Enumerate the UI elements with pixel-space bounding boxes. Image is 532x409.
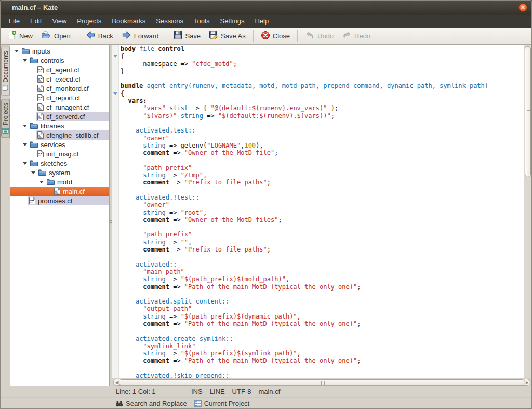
tree-item-main.cf[interactable]: main.cf	[10, 187, 109, 196]
tree-item-libraries[interactable]: libraries	[10, 121, 109, 130]
file-icon	[54, 188, 60, 195]
icon-border[interactable]	[112, 45, 119, 378]
code-line: activated.!skip_prepend::	[121, 372, 524, 378]
menu-file[interactable]: File	[4, 15, 25, 28]
expander-icon[interactable]	[23, 125, 27, 127]
tree-item-label: cf_agent.cf	[46, 66, 79, 74]
scroll-right-arrow-icon[interactable]: ▸	[526, 379, 528, 386]
code-line: namespace => "cfdc_motd";	[121, 60, 524, 68]
tree-item-sketches[interactable]: sketches	[10, 159, 109, 168]
tree-item-cfengine_stdlib.cf[interactable]: cfengine_stdlib.cf	[10, 130, 109, 140]
current-project-toggle[interactable]: Current Project	[194, 400, 249, 407]
code-line: string => "",	[121, 239, 524, 246]
tree-item-inputs[interactable]: inputs	[10, 46, 109, 56]
scroll-left-arrow-icon[interactable]: ◂	[115, 379, 118, 386]
tab-projects-label: Projects	[2, 103, 9, 125]
tree-item-system[interactable]: system	[10, 168, 109, 177]
forward-button[interactable]: Forward	[118, 29, 163, 43]
save-button[interactable]: Save	[170, 29, 204, 43]
back-button[interactable]: Back	[82, 29, 117, 43]
tree-item-label: main.cf	[63, 188, 85, 195]
code-line: comment => "Path of the main MotD (typic…	[121, 357, 524, 364]
save-floppy-icon	[174, 31, 182, 41]
toolbar-separator	[166, 30, 166, 42]
tree-item-cf_runagent.cf[interactable]: cf_runagent.cf	[10, 102, 109, 112]
code-line: "output_path"	[121, 305, 524, 312]
tree-item-label: cf_execd.cf	[46, 75, 81, 83]
tab-documents[interactable]: Documents	[1, 47, 10, 96]
window-title: main.cf – Kate	[1, 4, 58, 11]
menu-sessions[interactable]: Sessions	[151, 15, 189, 28]
folder-icon	[30, 123, 38, 129]
code-area[interactable]: body file control{ namespace => "cfdc_mo…	[119, 45, 524, 378]
insert-mode[interactable]: INS	[191, 388, 203, 395]
tree-item-cf_report.cf[interactable]: cf_report.cf	[10, 93, 109, 102]
code-line: body file control	[121, 45, 524, 52]
tab-projects[interactable]: Projects	[1, 99, 10, 138]
code-line	[121, 327, 524, 335]
file-icon	[37, 75, 44, 83]
menu-projects[interactable]: Projects	[72, 15, 107, 28]
fold-arrow-icon[interactable]	[113, 55, 117, 58]
tree-item-label: cfengine_stdlib.cf	[46, 131, 98, 139]
titlebar[interactable]: main.cf – Kate ✕	[1, 1, 531, 15]
tree-item-label: inputs	[32, 47, 50, 55]
tree-item-controls[interactable]: controls	[10, 56, 109, 65]
code-line: activated.!test::	[121, 194, 524, 201]
close-document-button[interactable]: Close	[257, 29, 294, 43]
tree-item-cf_agent.cf[interactable]: cf_agent.cf	[10, 65, 109, 74]
undo-button[interactable]: Undo	[301, 30, 337, 43]
current-project-icon	[194, 400, 202, 407]
expander-icon[interactable]	[39, 181, 44, 183]
vertical-scrollbar[interactable]	[524, 45, 531, 378]
folder-icon	[22, 48, 30, 54]
horizontal-scrollbar-thumb[interactable]	[118, 379, 525, 385]
code-line: bundle agent entry(runenv, metadata, mot…	[121, 82, 524, 89]
new-button[interactable]: New	[4, 29, 36, 43]
binoculars-icon	[115, 400, 123, 407]
tree-item-init_msg.cf[interactable]: init_msg.cf	[10, 149, 109, 159]
code-line: string => getenv("LOGNAME",100),	[121, 142, 524, 149]
line-ending[interactable]: LINE	[210, 388, 225, 395]
tree-item-label: controls	[41, 57, 64, 64]
expander-icon[interactable]	[23, 143, 27, 146]
expander-icon[interactable]	[23, 59, 27, 62]
save-button-label: Save	[185, 32, 201, 40]
open-folder-icon	[41, 31, 51, 41]
search-replace-toggle[interactable]: Search and Replace	[115, 400, 187, 407]
projects-icon	[2, 127, 9, 134]
redo-button[interactable]: Redo	[338, 30, 374, 43]
encoding[interactable]: UTF-8	[232, 388, 251, 395]
code-line: comment => "Path of the main MotD (typic…	[121, 283, 524, 291]
tree-item-cf_execd.cf[interactable]: cf_execd.cf	[10, 74, 109, 84]
horizontal-scrollbar[interactable]: ◂ ▸	[112, 378, 531, 386]
menu-bookmarks[interactable]: Bookmarks	[107, 15, 151, 28]
menu-help[interactable]: Help	[249, 15, 274, 28]
back-arrow-icon	[86, 31, 96, 41]
folder-icon	[30, 141, 38, 148]
tree-item-motd[interactable]: motd	[10, 177, 109, 187]
close-window-icon[interactable]: ✕	[518, 3, 527, 12]
menu-tools[interactable]: Tools	[189, 15, 215, 28]
tree-item-cf_serverd.cf[interactable]: cf_serverd.cf	[10, 112, 109, 121]
tree-item-promises.cf[interactable]: promises.cf	[10, 196, 109, 205]
file-icon	[37, 85, 44, 92]
menu-settings[interactable]: Settings	[215, 15, 249, 28]
expander-icon[interactable]	[23, 162, 27, 165]
save-as-button[interactable]: Save As	[205, 29, 249, 43]
editor: body file control{ namespace => "cfdc_mo…	[112, 45, 531, 386]
tree-item-services[interactable]: services	[10, 140, 109, 149]
code-line: activated.create_symlink::	[121, 335, 524, 342]
close-red-icon	[261, 31, 270, 42]
fold-arrow-icon[interactable]	[113, 92, 117, 95]
vertical-scrollbar-thumb[interactable]	[525, 46, 531, 177]
code-line: "symlink_link"	[121, 342, 524, 350]
expander-icon[interactable]	[31, 171, 35, 174]
open-button[interactable]: Open	[37, 29, 74, 43]
menu-view[interactable]: View	[47, 15, 72, 28]
menu-edit[interactable]: Edit	[25, 15, 47, 28]
open-button-label: Open	[54, 32, 71, 40]
tree-item-cf_monitord.cf[interactable]: cf_monitord.cf	[10, 84, 109, 93]
file-icon	[37, 103, 44, 111]
expander-icon[interactable]	[15, 50, 19, 52]
